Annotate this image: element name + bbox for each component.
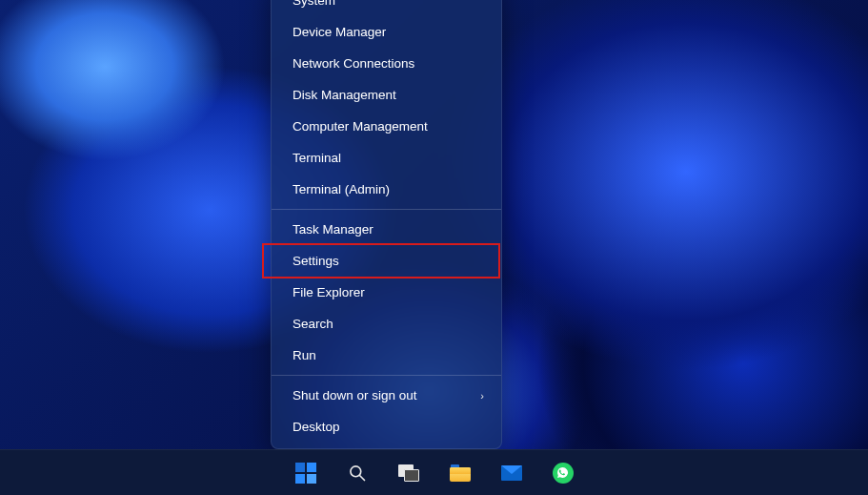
menu-item-system[interactable]: System [272, 0, 501, 16]
menu-item-shutdown-signout[interactable]: Shut down or sign out › [272, 380, 501, 411]
menu-label: Task Manager [293, 222, 373, 237]
task-view-button[interactable] [392, 456, 426, 490]
menu-separator [272, 375, 501, 376]
chevron-right-icon: › [480, 390, 484, 402]
svg-line-1 [359, 475, 364, 480]
menu-label: Terminal [293, 151, 341, 165]
windows-logo-icon [295, 463, 316, 484]
menu-label: Run [293, 348, 316, 362]
menu-label: Disk Management [293, 88, 396, 102]
whatsapp-icon [553, 463, 574, 484]
menu-item-task-manager[interactable]: Task Manager [272, 214, 501, 245]
folder-icon [450, 464, 471, 482]
menu-item-settings[interactable]: Settings [272, 245, 501, 277]
menu-label: Desktop [293, 420, 340, 434]
winx-context-menu: System Device Manager Network Connection… [271, 0, 502, 449]
menu-label: File Explorer [293, 285, 365, 299]
file-explorer-button[interactable] [443, 456, 477, 490]
mail-button[interactable] [495, 456, 529, 490]
menu-item-run[interactable]: Run [272, 340, 501, 371]
menu-item-terminal-admin[interactable]: Terminal (Admin) [272, 174, 501, 205]
menu-item-file-explorer[interactable]: File Explorer [272, 277, 501, 308]
menu-item-search[interactable]: Search [272, 308, 501, 340]
menu-separator [272, 209, 501, 210]
search-icon [348, 464, 367, 483]
menu-item-disk-management[interactable]: Disk Management [272, 79, 501, 111]
task-view-icon [398, 464, 419, 482]
search-button[interactable] [340, 456, 374, 490]
menu-item-terminal[interactable]: Terminal [272, 142, 501, 174]
mail-icon [501, 465, 522, 481]
menu-item-desktop[interactable]: Desktop [272, 411, 501, 443]
taskbar [0, 449, 868, 495]
menu-item-device-manager[interactable]: Device Manager [272, 16, 501, 48]
menu-item-network-connections[interactable]: Network Connections [272, 48, 501, 79]
start-button[interactable] [289, 456, 323, 490]
menu-label: Network Connections [293, 56, 414, 71]
menu-label: System [293, 0, 335, 8]
menu-item-computer-management[interactable]: Computer Management [272, 111, 501, 142]
menu-label: Search [293, 317, 333, 331]
menu-label: Terminal (Admin) [293, 182, 390, 196]
menu-label: Device Manager [293, 25, 386, 39]
whatsapp-button[interactable] [546, 456, 580, 490]
menu-label: Settings [293, 254, 339, 268]
menu-label: Computer Management [293, 119, 428, 134]
menu-label: Shut down or sign out [293, 388, 417, 402]
